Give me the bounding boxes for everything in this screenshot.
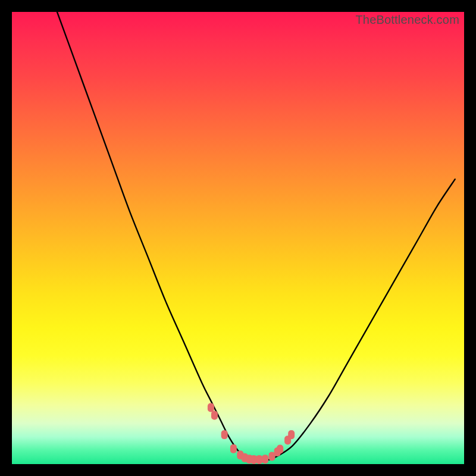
watermark-text: TheBottleneck.com (355, 13, 459, 27)
chart-frame: TheBottleneck.com (0, 0, 476, 476)
marker-dot (277, 444, 283, 453)
marker-dot (221, 430, 228, 439)
optimal-markers (208, 403, 295, 464)
bottleneck-curve (57, 12, 455, 461)
marker-dot (208, 403, 214, 412)
marker-dot (256, 455, 262, 464)
marker-dot (262, 455, 268, 464)
marker-dot (288, 430, 295, 439)
chart-svg (12, 12, 464, 464)
marker-dot (230, 444, 237, 453)
plot-area: TheBottleneck.com (12, 12, 464, 464)
marker-dot (211, 411, 218, 419)
